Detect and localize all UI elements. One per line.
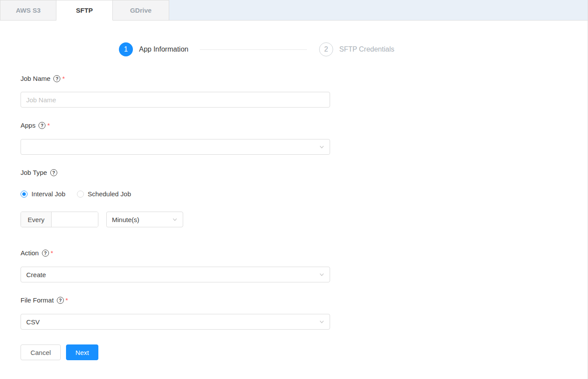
- job-name-label-text: Job Name: [21, 75, 50, 82]
- action-label: Action ? *: [21, 249, 330, 257]
- required-asterisk: *: [51, 249, 53, 257]
- step-connector-line: [200, 49, 307, 50]
- chevron-down-icon: [172, 216, 178, 223]
- help-icon[interactable]: ?: [53, 75, 60, 82]
- chevron-down-icon: [319, 319, 325, 325]
- job-type-label-text: Job Type: [21, 169, 47, 176]
- job-name-input[interactable]: [21, 92, 330, 108]
- app-information-form: Job Name ? * Apps ? * Job Type: [21, 75, 330, 360]
- tab-gdrive[interactable]: GDrive: [113, 0, 169, 21]
- content-area: 1 App Information 2 SFTP Credentials Job…: [0, 21, 588, 360]
- required-asterisk: *: [47, 122, 50, 129]
- tab-sftp[interactable]: SFTP: [56, 0, 113, 21]
- radio-unselected-icon[interactable]: [77, 191, 84, 198]
- tab-bar: AWS S3 SFTP GDrive: [0, 0, 588, 21]
- cancel-button[interactable]: Cancel: [21, 344, 61, 360]
- required-asterisk: *: [62, 75, 65, 82]
- interval-every-group: Every: [21, 212, 98, 227]
- interval-settings-row: Every Minute(s): [21, 212, 330, 227]
- chevron-down-icon: [319, 271, 325, 278]
- radio-selected-icon[interactable]: [21, 191, 28, 198]
- apps-label-text: Apps: [21, 122, 35, 129]
- form-actions: Cancel Next: [21, 344, 330, 360]
- file-format-select-value: CSV: [26, 318, 40, 326]
- help-icon[interactable]: ?: [38, 122, 45, 129]
- file-format-select[interactable]: CSV: [21, 314, 330, 330]
- step-2-label: SFTP Credentials: [339, 45, 394, 53]
- job-name-label: Job Name ? *: [21, 75, 330, 82]
- step-2-circle: 2: [319, 42, 333, 56]
- apps-select[interactable]: [21, 139, 330, 155]
- next-button[interactable]: Next: [66, 344, 98, 360]
- tab-aws-s3[interactable]: AWS S3: [0, 0, 56, 21]
- help-icon[interactable]: ?: [42, 250, 49, 257]
- every-addon-label: Every: [21, 212, 52, 227]
- action-label-text: Action: [21, 249, 39, 257]
- job-type-label: Job Type ?: [21, 169, 330, 176]
- action-select-value: Create: [26, 271, 46, 278]
- tab-bar-filler: [169, 0, 588, 21]
- radio-interval-job[interactable]: Interval Job: [21, 190, 66, 198]
- file-format-label-text: File Format: [21, 296, 54, 304]
- step-1-label: App Information: [139, 45, 188, 53]
- action-select[interactable]: Create: [21, 267, 330, 282]
- interval-unit-select[interactable]: Minute(s): [106, 212, 183, 227]
- interval-unit-value: Minute(s): [112, 216, 139, 223]
- chevron-down-icon: [319, 144, 325, 150]
- file-format-label: File Format ? *: [21, 296, 330, 304]
- help-icon[interactable]: ?: [57, 297, 64, 304]
- apps-label: Apps ? *: [21, 122, 330, 129]
- required-asterisk: *: [66, 296, 68, 304]
- radio-scheduled-job[interactable]: Scheduled Job: [77, 190, 131, 198]
- interval-value-input[interactable]: [52, 212, 98, 227]
- help-icon[interactable]: ?: [50, 169, 57, 176]
- job-type-radio-group: Interval Job Scheduled Job: [21, 190, 330, 198]
- stepper: 1 App Information 2 SFTP Credentials: [119, 42, 588, 56]
- radio-interval-job-label: Interval Job: [31, 190, 66, 198]
- step-1-circle: 1: [119, 42, 133, 56]
- radio-scheduled-job-label: Scheduled Job: [88, 190, 131, 198]
- page: AWS S3 SFTP GDrive 1 App Information 2 S…: [0, 0, 588, 379]
